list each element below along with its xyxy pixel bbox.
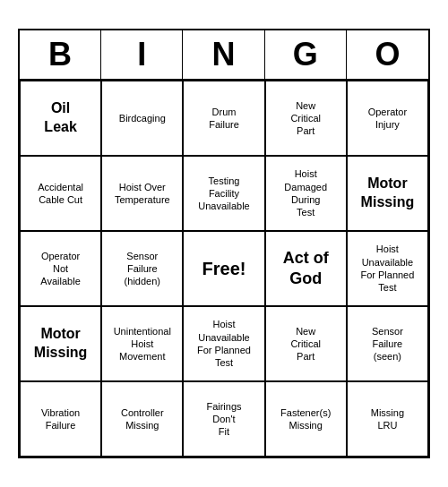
bingo-cell: Act of God — [265, 231, 347, 306]
bingo-card: BINGO Oil LeakBirdcagingDrum FailureNew … — [18, 29, 430, 458]
header-letter: O — [347, 30, 428, 79]
bingo-cell: Drum Failure — [183, 81, 264, 156]
bingo-cell: Fairings Don't Fit — [183, 381, 264, 457]
bingo-cell: Sensor Failure (seen) — [347, 306, 428, 381]
bingo-cell: Motor Missing — [20, 306, 101, 381]
bingo-cell: Birdcaging — [101, 81, 183, 156]
bingo-cell: Free! — [183, 231, 264, 306]
bingo-cell: New Critical Part — [265, 306, 347, 381]
bingo-cell: Hoist Damaged During Test — [265, 156, 347, 231]
header-letter: N — [183, 30, 264, 79]
bingo-header: BINGO — [20, 30, 428, 81]
bingo-cell: Operator Not Available — [20, 231, 101, 306]
bingo-cell: Hoist Unavailable For Planned Test — [183, 306, 264, 381]
bingo-cell: Vibration Failure — [20, 381, 101, 457]
header-letter: B — [20, 30, 101, 79]
bingo-cell: Hoist Over Temperature — [101, 156, 183, 231]
bingo-cell: Unintentional Hoist Movement — [101, 306, 183, 381]
bingo-cell: Missing LRU — [347, 381, 428, 457]
bingo-cell: New Critical Part — [265, 81, 347, 156]
bingo-cell: Accidental Cable Cut — [20, 156, 101, 231]
bingo-cell: Testing Facility Unavailable — [183, 156, 264, 231]
bingo-cell: Controller Missing — [101, 381, 183, 457]
bingo-cell: Fastener(s) Missing — [265, 381, 347, 457]
bingo-cell: Motor Missing — [347, 156, 428, 231]
bingo-cell: Hoist Unavailable For Planned Test — [347, 231, 428, 306]
bingo-cell: Oil Leak — [20, 81, 101, 156]
bingo-grid: Oil LeakBirdcagingDrum FailureNew Critic… — [20, 81, 428, 457]
bingo-cell: Operator Injury — [347, 81, 428, 156]
bingo-cell: Sensor Failure (hidden) — [101, 231, 183, 306]
header-letter: G — [265, 30, 347, 79]
header-letter: I — [101, 30, 183, 79]
